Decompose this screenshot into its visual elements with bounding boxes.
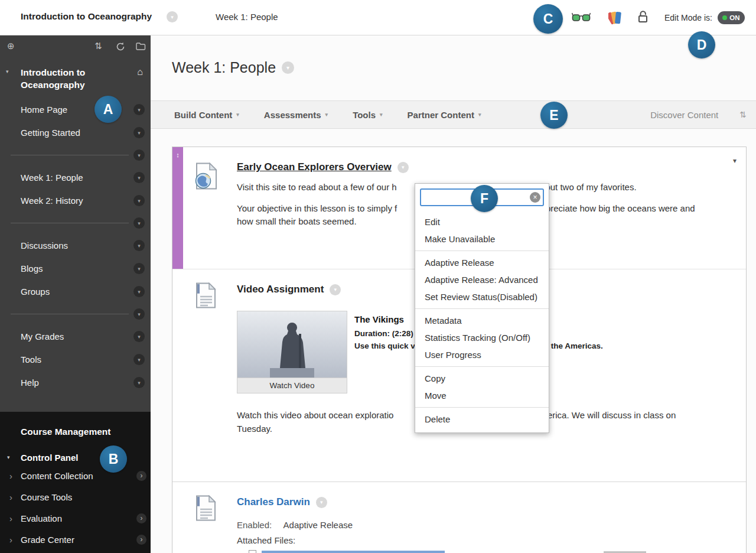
enabled-label: Enabled: bbox=[237, 520, 272, 530]
chevron-down-icon[interactable]: ▾ bbox=[133, 149, 145, 161]
control-panel-expander-icon[interactable]: ▾ bbox=[7, 454, 10, 460]
open-arrow-icon[interactable]: › bbox=[136, 471, 146, 481]
unlock-icon[interactable] bbox=[637, 10, 649, 24]
course-title-line2: Oceanography bbox=[21, 79, 127, 91]
tools-menu[interactable]: Tools ▾ bbox=[353, 110, 382, 120]
add-menu-item-icon[interactable]: ⊕ bbox=[7, 41, 15, 51]
menu-item-adaptive-release[interactable]: Adaptive Release bbox=[415, 254, 549, 271]
move-icon: ↕ bbox=[176, 151, 180, 158]
video-thumbnail-box: Watch Video bbox=[237, 311, 347, 393]
assessments-menu[interactable]: Assessments ▾ bbox=[264, 110, 328, 120]
chevron-right-icon[interactable]: › bbox=[9, 535, 12, 545]
menu-item-make-unavailable[interactable]: Make Unavailable bbox=[415, 230, 549, 248]
student-preview-icon[interactable] bbox=[572, 12, 591, 24]
menu-item-statistics-tracking[interactable]: Statistics Tracking (On/Off) bbox=[415, 329, 549, 346]
sidebar-item-week-2-history[interactable]: Week 2: History ▾ bbox=[0, 189, 151, 212]
sidebar-item-course-tools[interactable]: › Course Tools bbox=[0, 486, 151, 508]
course-menu-expander-icon[interactable]: ▾ bbox=[6, 69, 9, 74]
menu-item-copy[interactable]: Copy bbox=[415, 370, 549, 387]
chevron-down-icon[interactable]: ▾ bbox=[133, 127, 145, 138]
course-title-line1: Introduction to bbox=[21, 66, 127, 79]
sidebar-item-help[interactable]: Help ▾ bbox=[0, 371, 151, 394]
discover-content-button[interactable]: Discover Content bbox=[650, 110, 718, 120]
reorder-icon[interactable]: ⇅ bbox=[94, 41, 102, 51]
item-title-link[interactable]: Early Ocean Explorers Overview bbox=[237, 161, 392, 173]
menu-item-delete[interactable]: Delete bbox=[415, 411, 549, 428]
text-fragment: Watch this video about ocean exploratio bbox=[237, 410, 393, 420]
chevron-down-icon[interactable]: ▾ bbox=[133, 331, 145, 342]
sidebar-item-discussions[interactable]: Discussions ▾ bbox=[0, 234, 151, 257]
watch-video-button[interactable]: Watch Video bbox=[237, 378, 347, 393]
course-title-chevron-icon[interactable]: ▾ bbox=[167, 11, 178, 22]
file-checkbox[interactable] bbox=[249, 550, 256, 553]
chevron-down-icon[interactable]: ▾ bbox=[133, 172, 145, 183]
sidebar-item-getting-started[interactable]: Getting Started ▾ bbox=[0, 121, 151, 144]
enabled-value: Adaptive Release bbox=[284, 520, 353, 530]
drag-handle[interactable]: ↕ bbox=[172, 147, 183, 269]
action-bar-right: Discover Content ⇅ bbox=[650, 110, 756, 120]
chevron-right-icon[interactable]: › bbox=[9, 492, 12, 502]
chevron-down-icon[interactable]: ▾ bbox=[316, 497, 327, 508]
course-management-panel: Course Management ▾ Control Panel › Cont… bbox=[0, 412, 151, 553]
chevron-down-icon[interactable]: ▾ bbox=[133, 377, 145, 388]
item-options-caret-icon[interactable]: ▾ bbox=[733, 157, 737, 165]
chevron-down-icon[interactable]: ▾ bbox=[133, 104, 145, 115]
sidebar-item-evaluation[interactable]: › Evaluation › bbox=[0, 508, 151, 529]
chevron-down-icon[interactable]: ▾ bbox=[133, 217, 145, 229]
chevron-down-icon[interactable]: ▾ bbox=[133, 195, 145, 206]
build-content-menu[interactable]: Build Content ▾ bbox=[174, 110, 239, 120]
chevron-down-icon[interactable]: ▾ bbox=[133, 308, 145, 320]
page-title-chevron-icon[interactable]: ▾ bbox=[282, 61, 294, 74]
item-context-menu: × Edit Make Unavailable Adaptive Release… bbox=[415, 183, 549, 433]
chevron-right-icon[interactable]: › bbox=[9, 471, 12, 481]
menu-item-user-progress[interactable]: User Progress bbox=[415, 346, 549, 363]
annotation-badge-f: F bbox=[471, 185, 498, 212]
file-link-clipped[interactable] bbox=[262, 551, 445, 553]
item-title-link[interactable]: Charles Darwin bbox=[237, 496, 310, 508]
chevron-down-icon[interactable]: ▾ bbox=[397, 162, 409, 173]
partner-content-menu[interactable]: Partner Content ▾ bbox=[408, 110, 481, 120]
refresh-icon[interactable] bbox=[116, 42, 125, 51]
chevron-down-icon[interactable]: ▾ bbox=[133, 286, 145, 297]
text-fragment: the Americas. bbox=[551, 341, 603, 350]
chevron-down-icon[interactable]: ▾ bbox=[133, 263, 145, 274]
cm-item-label: Evaluation bbox=[21, 513, 136, 523]
open-arrow-icon[interactable]: › bbox=[136, 535, 146, 545]
edit-mode-toggle[interactable]: ON bbox=[718, 11, 745, 24]
home-icon[interactable]: ⌂ bbox=[137, 67, 143, 77]
annotation-badge-a: A bbox=[94, 96, 122, 123]
menu-item-set-review-status[interactable]: Set Review Status(Disabled) bbox=[415, 288, 549, 305]
chevron-down-icon[interactable]: ▾ bbox=[330, 284, 341, 295]
sidebar-item-home-page[interactable]: Home Page ▾ bbox=[0, 98, 151, 121]
sidebar-course-header[interactable]: ▾ Introduction to Oceanography ⌂ bbox=[0, 59, 151, 98]
attached-file-row[interactable] bbox=[249, 550, 711, 553]
sidebar-item-blogs[interactable]: Blogs ▾ bbox=[0, 257, 151, 280]
sidebar-item-content-collection[interactable]: › Content Collection › bbox=[0, 465, 151, 486]
item-title[interactable]: Video Assignment bbox=[237, 284, 324, 295]
video-thumbnail[interactable] bbox=[237, 311, 347, 378]
open-arrow-icon[interactable]: › bbox=[136, 513, 146, 523]
chevron-down-icon[interactable]: ▾ bbox=[133, 240, 145, 251]
sidebar-item-week-1-people[interactable]: Week 1: People ▾ bbox=[0, 166, 151, 189]
folder-view-icon[interactable] bbox=[136, 43, 146, 50]
cm-item-label: Content Collection bbox=[21, 471, 136, 481]
sidebar-item-label: My Grades bbox=[21, 331, 133, 341]
sidebar-item-my-grades[interactable]: My Grades ▾ bbox=[0, 325, 151, 348]
edit-mode-control: Edit Mode is: ON bbox=[664, 11, 745, 24]
clear-search-icon[interactable]: × bbox=[530, 192, 540, 203]
sort-icon[interactable]: ⇅ bbox=[739, 110, 747, 119]
menu-item-edit[interactable]: Edit bbox=[415, 213, 549, 230]
sidebar-item-grade-center[interactable]: › Grade Center › bbox=[0, 529, 151, 550]
sidebar-item-control-panel[interactable]: ▾ Control Panel bbox=[0, 450, 151, 465]
sidebar-item-groups[interactable]: Groups ▾ bbox=[0, 280, 151, 303]
menu-item-move[interactable]: Move bbox=[415, 387, 549, 404]
sidebar-item-label: Week 2: History bbox=[21, 196, 133, 206]
menu-item-metadata[interactable]: Metadata bbox=[415, 312, 549, 329]
theme-palette-icon[interactable] bbox=[608, 11, 625, 25]
sidebar-item-tools[interactable]: Tools ▾ bbox=[0, 348, 151, 371]
chevron-right-icon[interactable]: › bbox=[9, 513, 12, 523]
sidebar-divider: ▾ bbox=[0, 144, 151, 166]
menu-separator bbox=[415, 251, 549, 251]
chevron-down-icon[interactable]: ▾ bbox=[133, 354, 145, 365]
menu-item-adaptive-release-advanced[interactable]: Adaptive Release: Advanced bbox=[415, 271, 549, 288]
